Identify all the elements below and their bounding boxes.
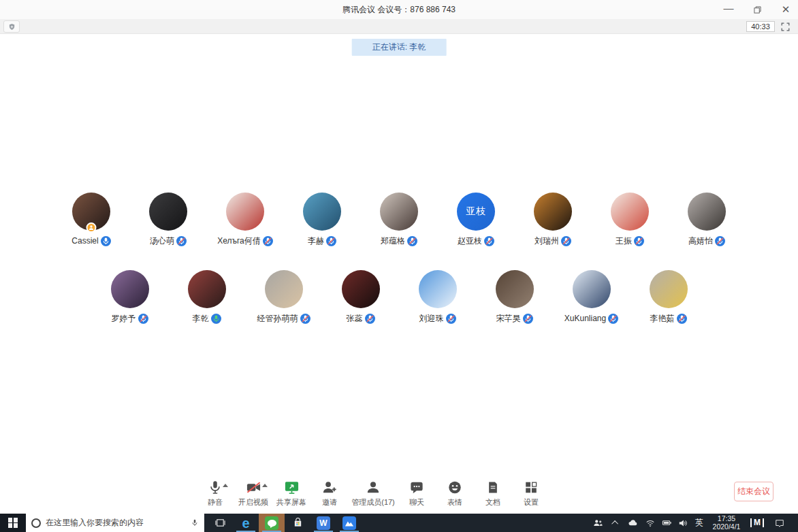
video-options-caret-icon[interactable]	[262, 484, 268, 487]
mic-speaking-icon	[211, 314, 221, 324]
restore-icon	[754, 6, 761, 14]
participant-name: Хелъга何倩	[217, 235, 261, 247]
mic-muted-icon	[407, 236, 417, 246]
avatar	[188, 270, 226, 308]
toolbar-label: 邀请	[322, 497, 337, 508]
wechat-icon	[265, 516, 278, 530]
toolbar-docs[interactable]: 文档	[474, 478, 512, 508]
network-tray-button[interactable]	[642, 514, 658, 532]
mic-muted-icon	[263, 236, 273, 246]
participant-liuruizhou[interactable]: 刘瑞州	[515, 193, 592, 246]
tencent-meeting-window: 腾讯会议 会议号：876 886 743 — ✕ 40:33 正在讲话: 李乾	[0, 0, 798, 532]
people-icon	[593, 518, 603, 528]
host-badge	[86, 222, 97, 233]
avatar	[688, 193, 726, 231]
toolbar-emoji[interactable]: 表情	[436, 478, 474, 508]
toolbar-settings[interactable]: 设置	[512, 478, 550, 508]
close-button[interactable]: ✕	[779, 3, 793, 16]
mic-muted-icon	[365, 314, 375, 324]
toolbar-invite[interactable]: 邀请	[310, 478, 349, 508]
participant-zhaoyazhi[interactable]: 亚枝 赵亚枝	[438, 193, 515, 246]
participant-name: 汤心萌	[150, 235, 174, 247]
toolbar-share-screen[interactable]: 共享屏幕	[272, 478, 310, 508]
participant-name: 赵亚枝	[458, 235, 482, 247]
participant-name: 宋芊昊	[496, 313, 521, 325]
tray-overflow-button[interactable]	[608, 514, 623, 532]
toolbar-manage-members[interactable]: 管理成员(17)	[349, 478, 398, 508]
wechat-taskbar-button[interactable]	[259, 514, 285, 532]
edge-taskbar-button[interactable]: e	[233, 514, 259, 532]
participant-helga[interactable]: Хелъга何倩	[207, 193, 284, 246]
toolbar-mute[interactable]: 静音	[196, 478, 234, 508]
participant-songqianhao[interactable]: 宋芊昊	[476, 270, 553, 324]
action-center-button[interactable]	[771, 514, 788, 532]
clock[interactable]: 17:35 2020/4/1	[708, 514, 745, 532]
mic-muted-icon	[176, 236, 187, 246]
participant-name: 李艳茹	[650, 313, 675, 325]
participant-luotingyu[interactable]: 罗婷予	[91, 270, 168, 324]
start-button[interactable]	[0, 514, 26, 532]
onedrive-tray-button[interactable]	[624, 514, 641, 532]
battery-icon	[662, 518, 672, 528]
participant-zhengyunge[interactable]: 郑蕴格	[361, 193, 438, 246]
mic-muted-icon	[715, 236, 725, 246]
participant-gaojingyi[interactable]: 高婧怡	[669, 193, 746, 246]
participant-name: 张蕊	[347, 313, 363, 325]
apps-grid-icon	[524, 480, 539, 495]
participant-name: Cassiel	[71, 236, 98, 246]
toolbar-label: 共享屏幕	[276, 497, 306, 508]
people-tray-button[interactable]	[589, 514, 607, 532]
wps-taskbar-button[interactable]: W	[310, 514, 336, 532]
meeting-tray-button[interactable]: M	[748, 514, 767, 532]
participant-name: 刘瑞州	[534, 235, 559, 247]
mic-options-caret-icon[interactable]	[223, 484, 228, 487]
search-mic-icon[interactable]	[191, 518, 199, 528]
participant-liqian[interactable]: 李乾	[168, 270, 245, 324]
store-taskbar-button[interactable]	[285, 514, 310, 532]
restore-button[interactable]	[750, 3, 764, 16]
end-meeting-button[interactable]: 结束会议	[734, 482, 773, 501]
participant-liuyingzhu[interactable]: 刘迎珠	[399, 270, 476, 324]
minimize-button[interactable]: —	[722, 3, 735, 16]
participants-row-2: 罗婷予 李乾 经管孙萌萌 张蕊 刘迎珠 宋芊昊	[0, 270, 798, 324]
participant-tangxinmeng[interactable]: 汤心萌	[130, 193, 207, 246]
toolbar-label: 表情	[447, 497, 462, 508]
toolbar-label: 开启视频	[238, 497, 268, 508]
participant-cassiel[interactable]: Cassiel	[53, 193, 130, 246]
avatar	[303, 193, 341, 231]
taskbar-search-input[interactable]: 在这里输入你要搜索的内容	[26, 514, 204, 532]
camera-off-icon	[245, 480, 262, 495]
avatar	[534, 193, 572, 231]
toolbar-start-video[interactable]: 开启视频	[234, 478, 272, 508]
participant-zhangrui[interactable]: 张蕊	[322, 270, 399, 324]
avatar	[380, 193, 418, 231]
participant-lihe[interactable]: 李赫	[284, 193, 361, 246]
participant-sunmengmeng[interactable]: 经管孙萌萌	[245, 270, 322, 324]
fullscreen-icon	[781, 22, 790, 31]
toolbar-chat[interactable]: 聊天	[398, 478, 436, 508]
avatar	[226, 193, 264, 231]
avatar	[342, 270, 380, 308]
avatar	[611, 193, 649, 231]
volume-tray-button[interactable]	[675, 514, 691, 532]
microphone-icon	[208, 480, 223, 495]
avatar	[496, 270, 534, 308]
participant-liyanru[interactable]: 李艳茹	[630, 270, 707, 324]
participant-name: 李乾	[193, 313, 209, 325]
security-shield-button[interactable]	[3, 20, 20, 33]
avatar	[149, 193, 187, 231]
task-view-button[interactable]	[207, 514, 233, 532]
battery-tray-button[interactable]	[658, 514, 675, 532]
avatar	[650, 270, 688, 308]
toolbar-label: 设置	[524, 497, 539, 508]
participant-xukunliang[interactable]: XuKunliang	[553, 270, 630, 324]
meeting-app-taskbar-button[interactable]	[336, 514, 362, 532]
fullscreen-button[interactable]	[781, 22, 790, 34]
speaking-banner-text: 正在讲话: 李乾	[372, 41, 426, 53]
task-view-icon	[215, 518, 225, 528]
meeting-stage: 正在讲话: 李乾 Cassiel 汤心萌 Хелъга何倩 李赫 郑蕴格	[0, 35, 798, 514]
emoji-icon	[447, 480, 462, 495]
meeting-tray-icon: M	[750, 518, 764, 527]
ime-indicator[interactable]: 英	[691, 514, 707, 532]
participant-wangzhen[interactable]: 王振	[592, 193, 669, 246]
